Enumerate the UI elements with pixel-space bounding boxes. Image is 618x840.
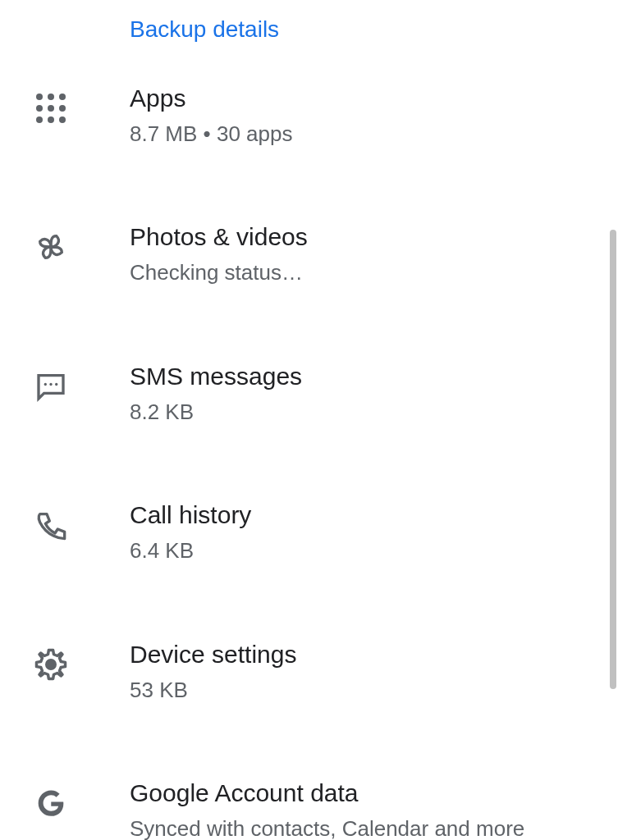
svg-point-3 (47, 660, 56, 669)
item-subtitle: 6.4 KB (130, 536, 251, 565)
item-subtitle: Synced with contacts, Calendar and more (130, 814, 524, 840)
svg-point-1 (49, 383, 52, 386)
message-icon (31, 367, 71, 406)
item-title: Google Account data (130, 777, 524, 809)
backup-item-call-history[interactable]: Call history 6.4 KB (0, 499, 618, 565)
item-subtitle: 8.2 KB (130, 397, 302, 427)
backup-item-apps[interactable]: Apps 8.7 MB • 30 apps (0, 82, 618, 148)
scrollbar[interactable] (610, 230, 616, 689)
item-title: SMS messages (130, 360, 302, 392)
item-title: Call history (130, 499, 251, 531)
section-header: Backup details (0, 16, 618, 43)
apps-icon (31, 89, 71, 128)
item-subtitle: 8.7 MB • 30 apps (130, 119, 292, 148)
backup-item-sms[interactable]: SMS messages 8.2 KB (0, 360, 618, 427)
svg-point-2 (55, 383, 57, 386)
phone-icon (31, 505, 71, 545)
backup-item-device-settings[interactable]: Device settings 53 KB (0, 638, 618, 705)
google-g-icon (31, 783, 71, 823)
svg-point-0 (44, 383, 47, 386)
item-title: Apps (130, 82, 292, 114)
item-title: Photos & videos (130, 221, 308, 253)
backup-item-photos[interactable]: Photos & videos Checking status… (0, 221, 618, 287)
item-subtitle: 53 KB (130, 675, 296, 705)
backup-item-google-account[interactable]: Google Account data Synced with contacts… (0, 777, 618, 840)
item-title: Device settings (130, 638, 296, 670)
gear-icon (31, 645, 71, 684)
item-subtitle: Checking status… (130, 258, 308, 287)
photos-pinwheel-icon (31, 227, 71, 267)
